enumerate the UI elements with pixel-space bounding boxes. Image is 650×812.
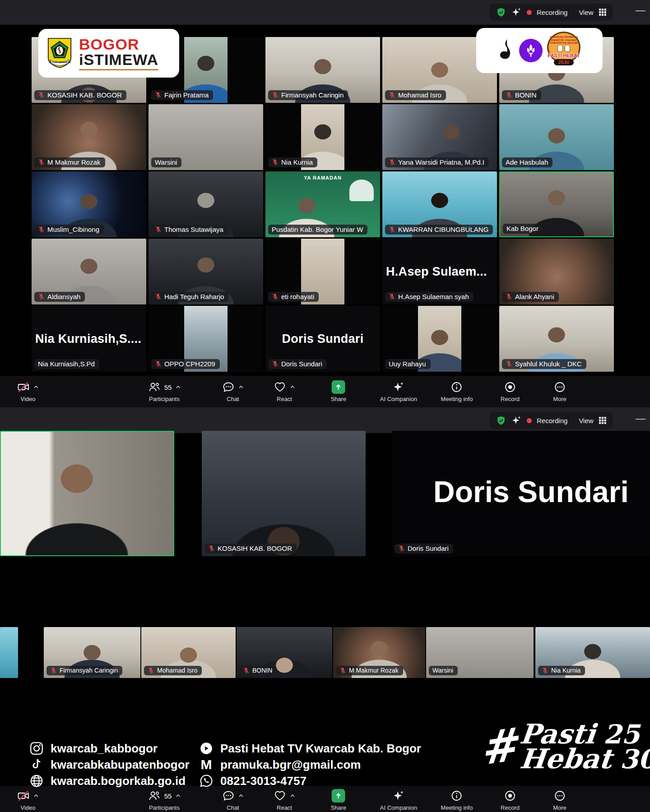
chevron-up-icon[interactable] bbox=[33, 794, 39, 798]
chevron-up-icon[interactable] bbox=[175, 794, 181, 798]
gallery-grid-icon[interactable] bbox=[599, 8, 607, 16]
participant-name-tag: Thomas Sutawijaya bbox=[151, 225, 228, 235]
participant-tile[interactable]: Warsini bbox=[426, 627, 534, 678]
meeting-info-button[interactable]: Meeting info bbox=[441, 789, 473, 811]
ai-sparkle-icon[interactable] bbox=[511, 415, 522, 426]
view-button[interactable]: View bbox=[579, 417, 593, 424]
participant-tile[interactable]: Thomas Sutawijaya bbox=[149, 171, 263, 237]
security-shield-icon[interactable] bbox=[496, 415, 506, 425]
chevron-up-icon[interactable] bbox=[175, 385, 181, 389]
participant-name: Aldiansyah bbox=[47, 293, 80, 300]
chevron-up-icon[interactable] bbox=[238, 794, 244, 798]
participant-tile[interactable]: Nia Kurniasih,S.... Nia Kurniasih,S.Pd bbox=[32, 306, 146, 372]
security-shield-icon[interactable] bbox=[496, 7, 506, 17]
participant-name-tag: Hadi Teguh Raharjo bbox=[151, 292, 228, 302]
participant-tile[interactable]: YA RAMADAN Pusdatin Kab. Bogor Yuniar W bbox=[265, 171, 380, 237]
chat-button[interactable]: Chat bbox=[222, 380, 244, 402]
mic-muted-icon bbox=[389, 159, 395, 166]
heart-icon bbox=[274, 789, 286, 802]
participant-tile[interactable]: Firmansyah Caringin bbox=[44, 627, 140, 678]
more-button[interactable]: More bbox=[553, 789, 566, 811]
chat-button[interactable]: Chat bbox=[222, 789, 244, 811]
participant-name-tag: Aldiansyah bbox=[34, 292, 85, 302]
social-email: M pramuka.bgr@gmail.com bbox=[199, 757, 361, 772]
chevron-up-icon[interactable] bbox=[290, 794, 295, 798]
participant-tile[interactable]: Nia Kurnia bbox=[535, 627, 650, 678]
view-button[interactable]: View bbox=[579, 9, 593, 16]
participant-tile[interactable]: Ade Hasbulah bbox=[499, 104, 614, 170]
bogor-subtitle: iSTIMEWA bbox=[79, 52, 158, 67]
whatsapp-icon bbox=[199, 773, 214, 789]
youtube-channel: Pasti Hebat TV Kwarcab Kab. Bogor bbox=[220, 742, 421, 756]
recording-indicator[interactable]: Recording bbox=[537, 417, 567, 424]
participant-tile[interactable]: Yana Warsidi Priatna, M.Pd.I bbox=[382, 104, 497, 170]
toolbar-bottom: Video 55 Participants Chat React Share A… bbox=[0, 786, 650, 812]
bogor-istimewa-logo-card: TEGAR BERIMAN BOGOR iSTIMEWA bbox=[38, 29, 179, 78]
react-button[interactable]: React bbox=[274, 789, 295, 811]
instagram-handle: kwarcab_kabbogor bbox=[51, 742, 158, 756]
record-button[interactable]: Record bbox=[501, 380, 520, 402]
mic-muted-icon bbox=[208, 545, 215, 552]
participant-tile[interactable]: M Makmur Rozak bbox=[32, 104, 146, 170]
participant-tile[interactable] bbox=[0, 627, 18, 678]
social-youtube: Pasti Hebat TV Kwarcab Kab. Bogor bbox=[199, 741, 421, 756]
video-button[interactable]: Video bbox=[17, 380, 39, 402]
gmail-icon: M bbox=[199, 757, 214, 772]
participant-tile[interactable]: Warsini bbox=[149, 104, 263, 170]
video-button[interactable]: Video bbox=[17, 789, 39, 811]
participant-name-tag: Firmansyah Caringin bbox=[268, 90, 348, 100]
ai-companion-button[interactable]: AI Companion bbox=[380, 380, 417, 402]
chevron-up-icon[interactable] bbox=[290, 385, 295, 389]
participant-tile[interactable]: KWARRAN CIBUNGBULANG bbox=[382, 171, 497, 237]
mic-muted-icon bbox=[155, 226, 162, 233]
participant-tile[interactable]: KOSASIH KAB. BOGOR bbox=[202, 431, 366, 556]
participant-tile[interactable]: H.Asep Sulaem... H.Asep Sulaeman syah bbox=[382, 239, 497, 304]
participant-tile[interactable]: Doris Sundari Doris Sundari bbox=[265, 306, 380, 372]
participant-tile[interactable]: M Makmur Rozak bbox=[333, 627, 425, 678]
participant-name: BONIN bbox=[252, 667, 272, 674]
mic-muted-icon bbox=[272, 293, 279, 300]
participants-button[interactable]: 55 Participants bbox=[148, 380, 181, 402]
participant-tile[interactable]: Hadi Teguh Raharjo bbox=[149, 239, 263, 304]
participant-tile[interactable]: BONIN bbox=[237, 627, 332, 678]
ai-sparkle-icon[interactable] bbox=[511, 7, 522, 18]
participant-tile[interactable]: eti rohayati bbox=[265, 239, 380, 304]
recording-indicator[interactable]: Recording bbox=[537, 9, 567, 16]
participant-tile[interactable]: Mohamad Isro bbox=[141, 627, 236, 678]
gallery-grid-icon[interactable] bbox=[599, 416, 607, 424]
active-speaker-tile[interactable] bbox=[0, 431, 174, 556]
participant-name: KOSASIH KAB. BOGOR bbox=[218, 544, 292, 552]
record-button[interactable]: Record bbox=[501, 789, 520, 811]
participant-tile[interactable]: Syahlul Khuluk _ DKC bbox=[499, 306, 614, 372]
meeting-status-pill: Recording View bbox=[490, 412, 613, 429]
more-icon bbox=[553, 789, 566, 802]
minimize-button[interactable]: — bbox=[636, 5, 645, 16]
participant-tile[interactable]: Alank Ahyani bbox=[499, 239, 614, 304]
share-button[interactable]: Share bbox=[331, 789, 347, 811]
minimize-button[interactable]: — bbox=[636, 413, 645, 424]
chevron-up-icon[interactable] bbox=[238, 385, 244, 389]
participant-name: Nia Kurnia bbox=[551, 667, 580, 674]
react-button[interactable]: React bbox=[274, 380, 295, 402]
share-button[interactable]: Share bbox=[331, 380, 347, 402]
participant-name: eti rohayati bbox=[281, 293, 314, 300]
ai-companion-button[interactable]: AI Companion bbox=[380, 789, 417, 811]
participant-name-tag: Fajrin Pratama bbox=[151, 90, 213, 100]
chevron-up-icon[interactable] bbox=[33, 385, 39, 389]
pasti-hebat-number: 2530 bbox=[554, 59, 574, 65]
participant-name: Alank Ahyani bbox=[515, 293, 554, 300]
participant-name-tag: KWARRAN CIBUNGBULANG bbox=[385, 225, 493, 235]
menu-bar-bottom: Recording View — bbox=[0, 407, 650, 433]
active-speaker-tile[interactable]: Kab Bogor bbox=[499, 171, 614, 237]
participant-tile[interactable]: Firmansyah Caringin bbox=[265, 37, 380, 103]
participants-button[interactable]: 55 Participants bbox=[148, 789, 181, 811]
meeting-info-button[interactable]: Meeting info bbox=[441, 380, 473, 402]
participant-tile[interactable]: Muslim_Cibinong bbox=[32, 171, 146, 237]
participant-name: M Makmur Rozak bbox=[47, 158, 101, 166]
participant-name: Firmansyah Caringin bbox=[60, 667, 118, 674]
more-button[interactable]: More bbox=[553, 380, 566, 402]
participant-tile[interactable]: OPPO CPH2209 bbox=[149, 306, 263, 372]
participant-tile[interactable]: Uuy Rahayu bbox=[382, 306, 497, 372]
participant-tile[interactable]: Aldiansyah bbox=[32, 239, 146, 304]
participant-tile[interactable]: Nia Kurnia bbox=[265, 104, 380, 170]
